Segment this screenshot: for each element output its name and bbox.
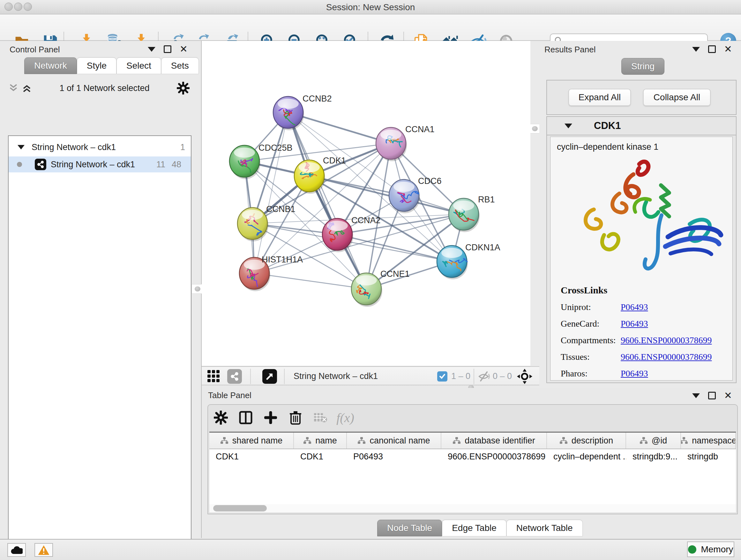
tab-style[interactable]: Style xyxy=(77,57,117,74)
trash-icon xyxy=(289,411,302,425)
expand-all-icon[interactable] xyxy=(21,83,32,93)
gene-symbol: CDK1 xyxy=(594,120,621,132)
column-header--id[interactable]: @id xyxy=(626,433,681,449)
status-bar: Memory xyxy=(0,539,741,560)
control-panel-tabs: NetworkStyleSelectSets xyxy=(24,57,199,74)
tab-network-table[interactable]: Network Table xyxy=(507,520,583,537)
add-column-button[interactable] xyxy=(262,409,279,426)
table-horizontal-scrollbar[interactable] xyxy=(209,504,736,512)
network-node-CCNB2[interactable] xyxy=(273,97,304,130)
column-header-name[interactable]: name xyxy=(294,433,347,449)
network-edge-CCNB2-HIST1H1A[interactable] xyxy=(254,112,288,273)
network-node-RB1[interactable] xyxy=(449,198,480,232)
panel-float-icon[interactable] xyxy=(708,392,716,399)
network-node-CCNE1[interactable] xyxy=(351,273,382,307)
gene-collapse-icon[interactable] xyxy=(564,124,572,128)
collapse-all-button[interactable]: Collapse All xyxy=(643,89,711,106)
crosslink-link[interactable]: P06493 xyxy=(621,368,648,379)
control-panel: Control Panel ✕ NetworkStyleSelectSets 1… xyxy=(0,41,202,538)
network-selection-summary: 1 of 1 Network selected xyxy=(32,83,177,93)
table-cell: stringdb xyxy=(681,449,736,464)
tab-node-table[interactable]: Node Table xyxy=(377,520,442,537)
column-header-database-identifier[interactable]: database identifier xyxy=(441,433,547,449)
network-view-title: String Network – cdk1 xyxy=(293,371,378,381)
panel-close-icon[interactable]: ✕ xyxy=(724,392,732,399)
crosslink-link[interactable]: P06493 xyxy=(621,319,648,329)
tab-sets[interactable]: Sets xyxy=(161,57,199,74)
network-collection-row[interactable]: String Network – cdk1 1 xyxy=(9,140,191,154)
crosslink-link[interactable]: P06493 xyxy=(621,302,648,312)
right-splitter xyxy=(530,41,539,388)
share-icon xyxy=(230,372,239,381)
node-label-CDKN1A: CDKN1A xyxy=(465,243,500,252)
tab-select[interactable]: Select xyxy=(117,57,161,74)
table-cell: CDK1 xyxy=(209,449,294,464)
panel-close-icon[interactable]: ✕ xyxy=(180,45,188,53)
node-label-CCNE1: CCNE1 xyxy=(381,269,410,279)
network-node-CDKN1A[interactable] xyxy=(437,246,468,279)
tab-network[interactable]: Network xyxy=(24,57,77,74)
selected-checkbox-icon[interactable] xyxy=(437,371,448,381)
panel-float-icon[interactable] xyxy=(708,45,716,53)
network-edge-CCNA2-CDKN1A[interactable] xyxy=(337,234,452,261)
table-row[interactable]: CDK1CDK1P064939606.ENSP00000378699cyclin… xyxy=(209,449,736,464)
gene-section-header[interactable]: CDK1 xyxy=(547,117,736,135)
network-options-gear-icon[interactable] xyxy=(177,82,190,95)
network-node-CDC25B[interactable] xyxy=(229,145,260,179)
column-header-namespace[interactable]: namespace xyxy=(681,433,736,449)
panel-menu-icon[interactable] xyxy=(692,47,700,52)
panel-menu-icon[interactable] xyxy=(148,47,155,52)
pan-mode-button[interactable] xyxy=(517,369,532,385)
column-header-label: shared name xyxy=(232,436,283,446)
network-view-toolbar: String Network – cdk1 1 – 0 0 – 0 xyxy=(202,366,539,385)
node-label-CCNB1: CCNB1 xyxy=(266,204,295,214)
table-container: f(x) shared namenamecanonical namedataba… xyxy=(207,404,738,514)
warning-status-button[interactable] xyxy=(35,543,53,557)
gene-description: cyclin–dependent kinase 1 xyxy=(557,142,732,152)
gear-icon xyxy=(214,411,228,425)
scrollbar-thumb[interactable] xyxy=(213,505,267,511)
crosslink-label: Tissues: xyxy=(561,352,621,362)
table-cell: 9606.ENSP00000378699 xyxy=(441,449,547,464)
apply-function-button[interactable]: f(x) xyxy=(337,409,354,426)
column-header-shared-name[interactable]: shared name xyxy=(209,433,294,449)
collapse-all-icon[interactable] xyxy=(8,83,19,93)
network-canvas[interactable]: CCNB2CCNA1CDC25BCDK1CDC6RB1CCNB1CCNA2CDK… xyxy=(202,41,530,366)
tab-string[interactable]: String xyxy=(621,58,664,75)
network-type-icon xyxy=(35,159,46,170)
collection-expand-icon[interactable] xyxy=(17,145,24,149)
network-row[interactable]: String Network – cdk1 11 48 xyxy=(9,157,191,172)
cloud-status-button[interactable] xyxy=(7,543,26,557)
network-node-CCNA1[interactable] xyxy=(376,127,407,161)
panel-close-icon[interactable]: ✕ xyxy=(724,45,732,53)
panel-menu-icon[interactable] xyxy=(692,393,700,398)
delete-table-button[interactable] xyxy=(312,409,329,426)
table-settings-button[interactable] xyxy=(212,409,229,426)
column-header-description[interactable]: description xyxy=(547,433,626,449)
main-toolbar: ? xyxy=(0,14,741,41)
columns-icon xyxy=(239,411,253,425)
table-header-row: shared namenamecanonical namedatabase id… xyxy=(209,433,736,449)
network-edge-HIST1H1A-CCNE1[interactable] xyxy=(254,273,366,289)
memory-button[interactable]: Memory xyxy=(687,542,734,557)
tab-edge-table[interactable]: Edge Table xyxy=(442,520,507,537)
column-header-canonical-name[interactable]: canonical name xyxy=(347,433,441,449)
node-label-CDK1: CDK1 xyxy=(323,156,346,165)
delete-table-icon xyxy=(313,412,327,423)
network-overview-button[interactable] xyxy=(227,369,242,384)
delete-column-button[interactable] xyxy=(287,409,304,426)
crosslink-label: GeneCard: xyxy=(561,319,621,329)
birds-eye-view-button[interactable] xyxy=(207,369,221,385)
network-node-CCNB1[interactable] xyxy=(238,207,268,241)
table-cell: cyclin–dependent ... xyxy=(547,449,626,464)
node-label-CDC6: CDC6 xyxy=(418,176,442,186)
network-node-CDK1[interactable] xyxy=(294,160,325,194)
crosslink-row: Compartments:9606.ENSP00000378699 xyxy=(561,335,732,346)
crosslink-link[interactable]: 9606.ENSP00000378699 xyxy=(621,335,712,346)
show-columns-button[interactable] xyxy=(238,409,254,426)
network-node-CCNA2[interactable] xyxy=(322,219,353,252)
open-in-window-button[interactable] xyxy=(262,369,277,384)
panel-float-icon[interactable] xyxy=(164,45,172,53)
crosslink-link[interactable]: 9606.ENSP00000378699 xyxy=(621,352,712,362)
expand-all-button[interactable]: Expand All xyxy=(568,89,631,106)
